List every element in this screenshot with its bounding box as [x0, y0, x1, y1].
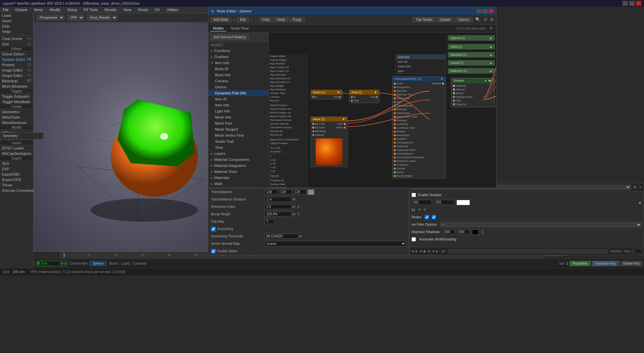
- se-color-g[interactable]: [434, 200, 454, 205]
- menu-file[interactable]: File: [1, 8, 10, 12]
- se-shadow-swatch[interactable]: [472, 229, 479, 235]
- node-surface-select[interactable]: ▼: [483, 79, 492, 83]
- menu-render[interactable]: Render: [103, 8, 118, 12]
- options-button[interactable]: Options: [455, 17, 473, 22]
- left-btn-presets[interactable]: PresetsF8: [0, 62, 33, 68]
- prop-smoothing-threshold-value[interactable]: [265, 234, 298, 239]
- maximize-button[interactable]: □: [629, 1, 635, 6]
- menu-fx-tools[interactable]: FX Tools: [82, 8, 99, 12]
- prop-bump-height-e[interactable]: E: [297, 212, 301, 216]
- prop-vertex-normal-select[interactable]: (none): [265, 241, 406, 247]
- nodes-item-studio-trait[interactable]: Studio Trait: [208, 138, 268, 144]
- se-right-expand[interactable]: ▲: [638, 201, 642, 204]
- geometry-menu-item[interactable]: Geometry ': [0, 133, 43, 138]
- nodes-item-item-info[interactable]: Item Info: [208, 60, 268, 66]
- left-btn-clear-scene[interactable]: Clear Scene+N: [0, 36, 33, 41]
- nodes-item-gradient[interactable]: Gradient: [208, 54, 268, 60]
- menu-utilities[interactable]: Utilities: [165, 8, 179, 12]
- se-play[interactable]: ▶: [424, 249, 426, 253]
- node-unreal-expand[interactable]: ▲: [489, 61, 492, 64]
- tidy-nodes-button[interactable]: Tidy Nodes: [413, 17, 435, 22]
- update-button[interactable]: Update: [437, 17, 453, 22]
- se-color-r[interactable]: [412, 200, 432, 205]
- left-btn-more-windows[interactable]: More Windows▶: [0, 84, 33, 89]
- node-invert-expand[interactable]: ▼: [337, 91, 340, 94]
- se-filter-select[interactable]: —: [440, 222, 642, 227]
- se-1x-eye[interactable]: 👁: [417, 208, 422, 212]
- prop-transmittance-g[interactable]: [279, 189, 292, 194]
- left-btn-image-editor[interactable]: Image EditorF6: [0, 68, 33, 73]
- nodes-item-mesh-tangent[interactable]: Mesh Tangent: [208, 126, 268, 132]
- node-standard[interactable]: Standard (1) ▲: [448, 52, 495, 57]
- nodes-item-dynamics-part-info[interactable]: Dynamics Part Info: [208, 90, 268, 96]
- left-btn-graph-editor[interactable]: Graph EditorF2: [0, 73, 33, 78]
- nodes-item-mesh-vertex-find[interactable]: Mesh Vertex Find: [208, 132, 268, 138]
- nodes-item-bone-id[interactable]: Bone ID: [208, 66, 268, 72]
- nodes-item-mesh-info[interactable]: Mesh Info: [208, 114, 268, 120]
- left-btn-miscellaneous[interactable]: Miscellaneous▶: [0, 120, 33, 125]
- left-btn-3ds[interactable]: 3DS: [0, 161, 33, 166]
- prop-clip-map-value[interactable]: [265, 219, 275, 224]
- node-dielectric[interactable]: Dielectric (1) ▲: [448, 68, 495, 74]
- nodes-item-item-info-sub[interactable]: Item Info: [208, 102, 268, 108]
- se-right-close[interactable]: ✕: [639, 185, 642, 189]
- node-sigma2-expand[interactable]: ▲: [489, 36, 492, 40]
- left-btn-edit[interactable]: Edit▶: [0, 24, 33, 29]
- node-pow[interactable]: Pow (1) ▼ In Out Pow: [349, 90, 379, 103]
- prop-refraction-value[interactable]: [265, 204, 291, 209]
- y-e[interactable]: E: [64, 262, 66, 265]
- menu-view[interactable]: View: [122, 8, 133, 12]
- left-btn-save[interactable]: Save▶: [0, 18, 33, 24]
- node-sigma2[interactable]: Sigma2 (1) ▲: [448, 35, 495, 41]
- nodes-item-material-tools[interactable]: Material Tools: [208, 169, 268, 175]
- close-button[interactable]: ✕: [636, 1, 641, 6]
- left-btn-mocap[interactable]: MoCapSkelegons: [0, 151, 33, 156]
- left-btn-backdrop[interactable]: BackdropF7: [0, 78, 33, 84]
- nodes-item-light-info[interactable]: Light Info: [208, 108, 268, 114]
- node-bsdf-expand[interactable]: ▼: [440, 77, 443, 81]
- viewport-vpr-select[interactable]: VPR: [67, 15, 84, 20]
- node-delta-expand[interactable]: ▲: [489, 45, 492, 48]
- node-dielectric-expand[interactable]: ▲: [489, 69, 492, 73]
- menu-items[interactable]: Items: [33, 8, 44, 12]
- viewport-mode-select[interactable]: Perspective: [37, 15, 64, 20]
- timeline-playhead[interactable]: [64, 253, 64, 257]
- left-btn-throw[interactable]: Throw: [0, 182, 33, 188]
- node-mixer[interactable]: Mixer (1) ▼ Bg Color Color Fg Color Alph…: [311, 117, 347, 167]
- node-pow-expand[interactable]: ▼: [374, 91, 377, 94]
- se-nodes-checkbox[interactable]: [425, 215, 429, 219]
- se-shadow-r[interactable]: [443, 229, 455, 234]
- prop-smoothing-eye[interactable]: 👁: [298, 234, 303, 238]
- minimize-button[interactable]: ─: [623, 1, 628, 6]
- y-eye[interactable]: 👁: [61, 262, 64, 265]
- menu-model[interactable]: Model: [137, 8, 150, 12]
- redo-button[interactable]: Redo: [274, 17, 288, 22]
- node-surface[interactable]: Surface ▼ Material Normal Bump Displacem…: [451, 78, 495, 107]
- nodes-item-camera[interactable]: Camera: [208, 78, 268, 84]
- node-canvas[interactable]: Sigma2 (1) ▲ Delta (1) ▲ Standard (1) ▲: [269, 33, 496, 188]
- node-unreal[interactable]: Unreal (1) ▲: [448, 60, 495, 65]
- se-multithreading-checkbox[interactable]: [412, 237, 416, 241]
- se-color-swatch[interactable]: [457, 200, 470, 205]
- nodes-item-device[interactable]: Device: [208, 84, 268, 90]
- nodes-item-time[interactable]: Time: [208, 144, 268, 150]
- se-end[interactable]: ►|: [441, 249, 446, 253]
- prop-transmittance-dist-value[interactable]: [265, 197, 291, 202]
- nodes-item-material-components[interactable]: Material Components: [208, 157, 268, 163]
- nodes-item-math[interactable]: Math: [208, 181, 268, 187]
- nodes-item-functions[interactable]: Functions: [208, 48, 268, 54]
- left-btn-geometry[interactable]: Geometry▶: [0, 109, 33, 115]
- nodes-item-mesh-part[interactable]: Mesh Part: [208, 120, 268, 126]
- se-right-eye[interactable]: 👁: [633, 185, 637, 190]
- prop-transmittance-r[interactable]: [265, 189, 278, 194]
- se-step-value[interactable]: [632, 249, 642, 254]
- left-btn-quit[interactable]: Quit+Q: [0, 41, 33, 47]
- left-btn-export-eps[interactable]: Export EPS: [0, 177, 33, 182]
- se-nodes-checkbox2[interactable]: [432, 215, 436, 219]
- left-btn-help[interactable]: Help▶: [0, 29, 33, 34]
- left-btn-toggle-subpatch[interactable]: Toggle Subpatch: [0, 94, 33, 99]
- zoom-icon[interactable]: 🔍: [474, 17, 482, 22]
- se-left-nav[interactable]: ◄◄: [411, 249, 418, 253]
- transmittance-color-swatch[interactable]: [308, 189, 314, 195]
- se-left-step[interactable]: ◄: [419, 249, 422, 253]
